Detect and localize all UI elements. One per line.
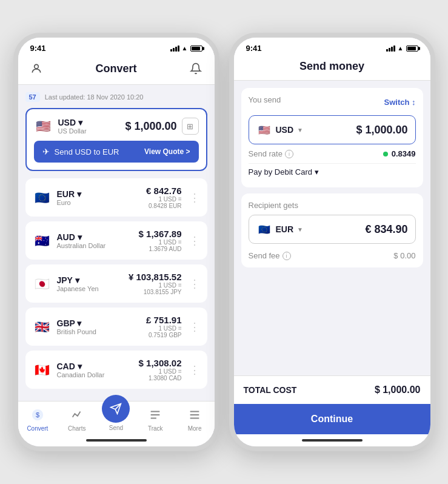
base-currency-code[interactable]: USD ▾ [58, 118, 87, 127]
pay-method-label: Pay by Debit Card ▾ [249, 167, 319, 176]
send-content: You send Switch ↕ 🇺🇸 USD ▼ $ 1,000.00 [234, 81, 430, 375]
more-options-icon[interactable]: ⋮ [189, 277, 200, 291]
left-phone: 9:41 ▲ [13, 33, 219, 451]
status-icons-left: ▲ [170, 45, 202, 52]
send-amount-row[interactable]: 🇺🇸 USD ▼ $ 1,000.00 [249, 115, 416, 144]
time-right: 9:41 [246, 44, 262, 53]
send-button-text: Send USD to EUR [55, 147, 119, 156]
send-fab[interactable] [102, 395, 130, 423]
nav-convert[interactable]: $ Convert [21, 406, 54, 432]
send-currency-code: USD [276, 125, 294, 135]
last-updated-bar: 57 Last updated: 18 Nov 2020 10:20 [25, 92, 207, 102]
send-rate-value: 0.8349 [383, 149, 416, 158]
send-usd-eur-button[interactable]: ✈ Send USD to EUR View Quote > [34, 141, 199, 163]
exchange-rate: 1 USD =0.8428 EUR [146, 196, 181, 209]
nav-more[interactable]: More [178, 406, 212, 432]
currency-flag: 🇨🇦 [33, 360, 52, 380]
currency-code: GBP ▾ [57, 318, 96, 328]
convert-icon: $ [29, 406, 46, 423]
more-options-icon[interactable]: ⋮ [189, 234, 200, 247]
currency-name: Australian Dollar [57, 242, 106, 249]
recipient-flag: 🇪🇺 [256, 221, 272, 237]
currency-list: 🇪🇺 EUR ▾ Euro € 842.76 1 USD =0.8428 EUR… [25, 178, 207, 389]
currency-name: Euro [57, 199, 81, 206]
bell-icon[interactable] [187, 60, 204, 77]
currency-code: CAD ▾ [57, 361, 105, 371]
recipient-gets-section: Recipient gets 🇪🇺 EUR ▼ € 834.90 [241, 193, 423, 267]
usd-flag: 🇺🇸 [34, 116, 53, 136]
signal-icon [170, 45, 179, 52]
nav-convert-label: Convert [27, 425, 48, 432]
base-currency-name: US Dollar [58, 127, 87, 135]
switch-button[interactable]: Switch ↕ [384, 98, 415, 107]
profile-icon[interactable] [28, 60, 45, 77]
page-title-right: Send money [299, 60, 364, 73]
svg-text:$: $ [36, 411, 39, 418]
calculator-icon[interactable]: ⊞ [182, 118, 199, 135]
view-quote-cta[interactable]: View Quote > [144, 147, 190, 156]
nav-charts[interactable]: Charts [60, 406, 93, 432]
currency-code: EUR ▾ [57, 189, 81, 199]
send-fee-label: Send fee i [249, 251, 291, 260]
currency-name: British Pound [57, 328, 96, 335]
send-currency-chevron: ▼ [297, 127, 303, 133]
battery-icon [190, 45, 202, 52]
svg-point-0 [34, 64, 38, 69]
exchange-rate: 1 USD =1.3679 AUD [139, 239, 182, 252]
recipient-gets-label: Recipient gets [249, 201, 416, 210]
converted-amount: $ 1,308.02 [139, 358, 182, 368]
nav-track[interactable]: Track [139, 406, 172, 432]
recipient-currency-selector[interactable]: 🇪🇺 EUR ▼ [256, 221, 303, 237]
send-amount-value[interactable]: $ 1,000.00 [356, 124, 407, 136]
exchange-rate: 1 USD =0.7519 GBP [146, 325, 181, 338]
nav-track-label: Track [148, 425, 163, 432]
currency-flag: 🇪🇺 [33, 188, 52, 207]
left-content: 57 Last updated: 18 Nov 2020 10:20 🇺🇸 US… [18, 85, 215, 401]
currency-code: JPY ▾ [57, 275, 99, 285]
currency-name: Japanese Yen [57, 285, 99, 292]
nav-header-right: Send money [234, 55, 430, 81]
nav-charts-label: Charts [68, 425, 85, 432]
total-cost-bar: TOTAL COST $ 1,000.00 [234, 375, 430, 404]
pay-method-row[interactable]: Pay by Debit Card ▾ [249, 163, 416, 180]
currency-list-item[interactable]: 🇯🇵 JPY ▾ Japanese Yen ¥ 103,815.52 1 USD… [25, 264, 207, 303]
converted-amount: ¥ 103,815.52 [129, 272, 182, 282]
base-currency-card[interactable]: 🇺🇸 USD ▾ US Dollar $ 1,000.00 ⊞ [25, 108, 207, 171]
send-currency-selector[interactable]: 🇺🇸 USD ▼ [256, 122, 303, 138]
converted-amount: € 842.76 [146, 186, 181, 196]
continue-button[interactable]: Continue [234, 404, 430, 434]
rate-dot [383, 152, 388, 156]
home-indicator-right [234, 434, 430, 446]
currency-name: Canadian Dollar [57, 371, 105, 378]
recipient-amount-row[interactable]: 🇪🇺 EUR ▼ € 834.90 [249, 215, 416, 244]
converted-amount: $ 1,367.89 [139, 229, 182, 239]
currency-code: AUD ▾ [57, 232, 106, 242]
you-send-label: You send [249, 95, 281, 104]
more-options-icon[interactable]: ⋮ [189, 320, 200, 334]
total-cost-label: TOTAL COST [244, 385, 297, 395]
charts-icon [69, 406, 85, 423]
signal-icon-right [386, 45, 395, 52]
nav-send[interactable]: Send [99, 407, 133, 431]
battery-icon-right [406, 45, 418, 52]
currency-list-item[interactable]: 🇦🇺 AUD ▾ Australian Dollar $ 1,367.89 1 … [25, 221, 207, 260]
currency-flag: 🇬🇧 [33, 317, 52, 337]
send-rate-info-icon: i [285, 150, 293, 158]
recipient-currency-code: EUR [276, 224, 294, 234]
status-icons-right: ▲ [386, 45, 418, 52]
currency-list-item[interactable]: 🇪🇺 EUR ▾ Euro € 842.76 1 USD =0.8428 EUR… [25, 178, 207, 217]
update-text: Last updated: 18 Nov 2020 10:20 [45, 93, 144, 101]
currency-flag: 🇦🇺 [33, 231, 52, 250]
wifi-icon-right: ▲ [398, 45, 404, 52]
currency-list-item[interactable]: 🇨🇦 CAD ▾ Canadian Dollar $ 1,308.02 1 US… [25, 351, 207, 389]
recipient-amount-value: € 834.90 [365, 223, 407, 236]
nav-more-label: More [188, 425, 202, 432]
time-left: 9:41 [30, 44, 46, 53]
converted-amount: £ 751.91 [146, 315, 181, 325]
more-options-icon[interactable]: ⋮ [189, 191, 200, 204]
more-icon [186, 406, 203, 423]
recipient-currency-chevron: ▼ [297, 226, 303, 233]
more-options-icon[interactable]: ⋮ [189, 363, 200, 377]
track-icon [147, 406, 164, 423]
currency-list-item[interactable]: 🇬🇧 GBP ▾ British Pound £ 751.91 1 USD =0… [25, 308, 207, 346]
